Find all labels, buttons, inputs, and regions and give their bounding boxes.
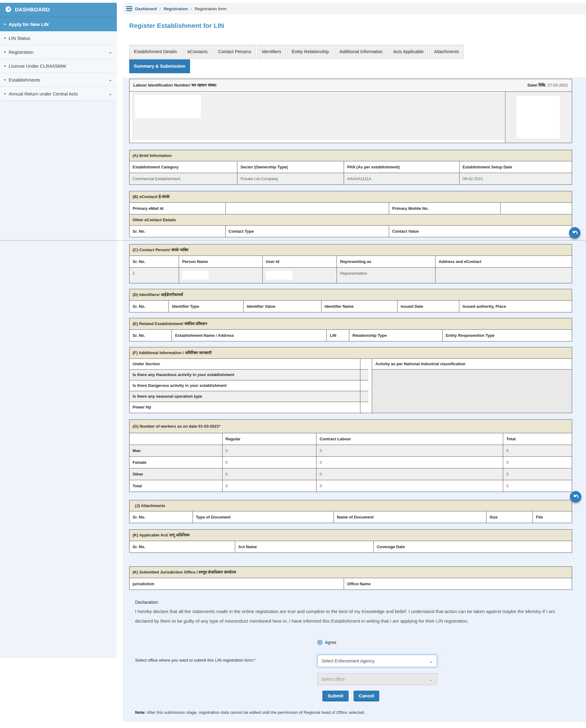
enforcement-agency-select-value: Select Enforcement Agency	[322, 658, 375, 664]
column-header: Address and eContact	[435, 256, 572, 267]
tab-establishment-details[interactable]: Establishment Details	[129, 45, 181, 59]
column-header: Sr. No.	[129, 256, 179, 267]
redacted-qr-code	[517, 96, 560, 138]
declaration-text: I hereby declare that all the statements…	[135, 606, 568, 626]
sidebar-item-label: License Under CLRA/ISMW	[9, 63, 66, 69]
column-header: Sector (Ownership Type)	[237, 161, 344, 173]
total-count: 0	[503, 457, 572, 468]
f-row-value	[360, 391, 368, 402]
regular-count: 0	[223, 468, 317, 480]
column-header: Identifier Value	[244, 301, 322, 312]
enforcement-agency-select[interactable]: Select Enforcement Agency ⌄	[317, 655, 437, 667]
lin-qr-cell	[505, 92, 572, 143]
redacted-user-id	[266, 271, 292, 280]
caret-right-icon: ▸	[4, 78, 6, 81]
tab-entity-relationship[interactable]: Entity Relationship	[287, 45, 333, 59]
tab-summary-submission[interactable]: Summary & Submission	[129, 59, 190, 73]
contract-count: 0	[316, 457, 503, 468]
f-row-label: Power Hp	[129, 402, 360, 413]
column-header: Issued authority, Place	[459, 301, 571, 312]
breadcrumb-registration[interactable]: Registration	[163, 6, 188, 11]
column-header: Entity Respesention Type	[442, 330, 572, 341]
f-row-value	[360, 381, 368, 391]
regular-count: 0	[223, 457, 317, 468]
column-header: Coverage Date	[374, 541, 572, 552]
hamburger-menu-icon[interactable]	[126, 6, 132, 11]
agree-radio[interactable]	[317, 640, 322, 645]
required-asterisk: *	[254, 658, 256, 662]
section-title: (F) Additional Information / अतिरिक्त जा…	[129, 347, 572, 359]
section-number-of-workers: (G) Number of workers as on date 01-03-2…	[129, 419, 572, 492]
sidebar-item-apply-new-lin[interactable]: ▸ Apply for New LIN	[0, 17, 117, 31]
column-header: Identifier Type	[169, 301, 244, 312]
column-header: File	[533, 512, 572, 523]
tab-contact-persons[interactable]: Contact Persons	[213, 45, 256, 59]
column-header: jurisdiction	[129, 578, 344, 590]
f-row-label: Is there any seasonal operation type	[129, 391, 360, 402]
tab-additional-information[interactable]: Additional Information	[335, 45, 387, 59]
table-row: Female 0 0 0	[129, 457, 572, 468]
sidebar-header-label: DASHBOARD	[15, 7, 50, 13]
sidebar-item-annual-return[interactable]: ▸ Annual Return under Central Acts ⌄	[0, 87, 117, 101]
primary-email-value	[226, 203, 389, 214]
section-title: (J) Attachments	[129, 500, 572, 512]
office-select[interactable]: Select office ⌄	[317, 673, 437, 685]
tab-acts-applicable[interactable]: Acts Applicable	[388, 45, 428, 59]
page: DASHBOARD ▸ Apply for New LIN ▸ LIN Stat…	[0, 0, 586, 728]
section-additional-information: (F) Additional Information / अतिरिक्त जा…	[129, 347, 572, 413]
redacted-establishment-name	[135, 95, 201, 118]
total-count: 0	[503, 445, 572, 457]
total-count: 0	[503, 468, 572, 480]
column-header: Contact Value	[389, 226, 572, 237]
sidebar-item-lin-status[interactable]: ▸ LIN Status	[0, 31, 117, 45]
f-row-label: Is there any Hazardous activity in your …	[129, 369, 360, 380]
curved-arrow-icon: ↶	[571, 492, 580, 501]
submit-button[interactable]: Submit	[322, 691, 349, 701]
regular-count: 0	[223, 445, 317, 457]
office-select-label: Select office where you want to submit t…	[135, 655, 317, 685]
f-row-value	[360, 359, 368, 369]
tab-attachments[interactable]: Attachments	[429, 45, 464, 59]
sidebar-item-label: Annual Return under Central Acts	[9, 91, 78, 97]
sr-no-value: 1	[129, 267, 179, 283]
column-header: Representing as	[337, 256, 435, 267]
section-related-establishment: (E) Related Establishment/ संबंधित प्रति…	[129, 318, 572, 341]
column-header: Sr. No.	[129, 330, 172, 341]
column-header: Establishment Setup Date	[460, 161, 572, 173]
note-label: Note:	[135, 710, 146, 715]
tab-econtacts[interactable]: eContacts	[183, 45, 212, 59]
section-econtact: (B) eContact/ ई-संपर्क Primary eMail Id …	[129, 191, 572, 237]
worker-row-label: Other	[129, 468, 223, 480]
sidebar-item-registration[interactable]: ▸ Registration ⌄	[0, 45, 117, 59]
setup-date-value: 09-02-2021	[460, 173, 572, 184]
scroll-top-button[interactable]: ↶	[570, 491, 581, 502]
table-row: Other 0 0 0	[129, 468, 572, 480]
column-header: Sr. No.	[129, 541, 235, 552]
table-row: 1 Representative	[129, 267, 572, 283]
column-header: LIN	[327, 330, 349, 341]
office-select-value: Select office	[322, 677, 345, 682]
breadcrumb-current: Registration form	[195, 6, 227, 11]
tab-identifiers[interactable]: Identifiers	[257, 45, 286, 59]
column-header	[129, 433, 223, 445]
action-buttons: Submit Cancel	[322, 691, 572, 701]
scroll-top-button[interactable]: ↶	[569, 227, 581, 238]
section-title: (K) Submitted Jurisdiction Office / प्रस…	[129, 567, 572, 578]
declaration-heading: Declaration:	[135, 600, 568, 605]
office-select-label-text: Select office where you want to submit t…	[135, 658, 254, 662]
column-header: Sr. No.	[129, 512, 193, 523]
sidebar-item-license-clra-ismw[interactable]: ▸ License Under CLRA/ISMW	[0, 59, 117, 73]
column-header: Name of Document	[334, 512, 486, 523]
table-row: Total 0 0 0	[129, 480, 572, 492]
worker-row-label: Female	[129, 457, 223, 468]
column-header: Sr. No.	[129, 301, 169, 312]
chevron-down-icon: ⌄	[108, 92, 112, 95]
column-header: Total	[503, 433, 572, 445]
activity-classification-value	[372, 369, 572, 413]
sidebar-item-establishments[interactable]: ▸ Establishments ⌄	[0, 73, 117, 87]
breadcrumb: Dashboard / Registration / Registration …	[123, 3, 586, 15]
primary-email-label: Primary eMail Id	[129, 203, 226, 214]
activity-classification-header: Activity as per National industrial clas…	[372, 359, 572, 369]
breadcrumb-dashboard[interactable]: Dashboard	[135, 6, 157, 11]
cancel-button[interactable]: Cancel	[354, 691, 379, 701]
